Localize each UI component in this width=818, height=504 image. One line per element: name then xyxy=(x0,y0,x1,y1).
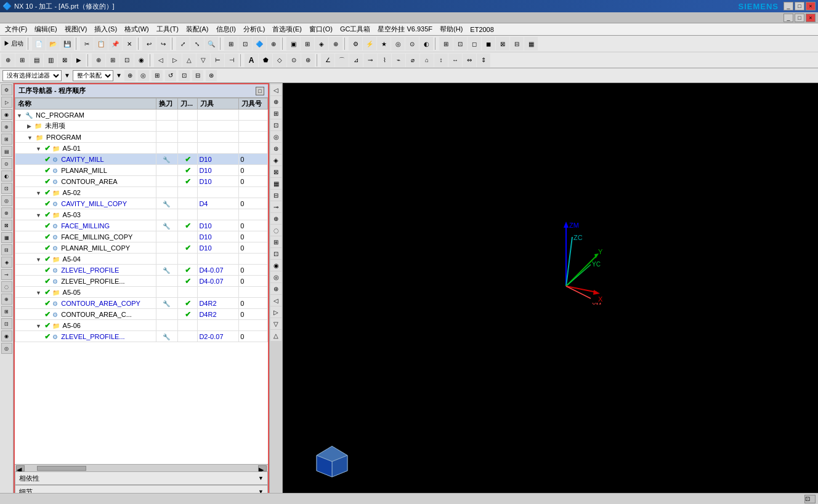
left-icon-4[interactable]: ⊕ xyxy=(1,121,12,132)
menu-file[interactable]: 文件(F) xyxy=(1,23,31,35)
tb2-btn-3[interactable]: ▤ xyxy=(30,54,43,67)
tb-btn-14[interactable]: ⊕ xyxy=(329,37,342,50)
tb-btn-8[interactable]: ⊡ xyxy=(238,37,252,50)
mid-btn-9[interactable]: ▦ xyxy=(270,178,281,189)
menu-info[interactable]: 信息(I) xyxy=(213,23,240,35)
filter-btn-2[interactable]: ◎ xyxy=(138,70,149,81)
tb-btn-26[interactable]: ⊟ xyxy=(510,37,524,50)
mid-btn-11[interactable]: ⊸ xyxy=(270,201,281,212)
tb2-btn-1[interactable]: ⊕ xyxy=(1,54,15,67)
left-icon-1[interactable]: ⚙ xyxy=(1,84,12,95)
left-icon-17[interactable]: ◌ xyxy=(1,281,12,292)
tb2-btn-12[interactable]: ▷ xyxy=(168,54,182,67)
tb2-btn-19[interactable]: ⊙ xyxy=(287,54,301,67)
tb-btn-20[interactable]: ◐ xyxy=(419,37,433,50)
mid-btn-16[interactable]: ◉ xyxy=(270,260,281,271)
mid-btn-12[interactable]: ⊕ xyxy=(270,213,281,224)
inner-close-button[interactable]: × xyxy=(806,14,816,22)
tb2-btn-11[interactable]: ◁ xyxy=(154,54,168,67)
tb2-btn-6[interactable]: ▶ xyxy=(72,54,86,67)
menu-tools[interactable]: 工具(T) xyxy=(153,23,182,35)
tb2-btn-18[interactable]: ◇ xyxy=(273,54,286,67)
mid-btn-18[interactable]: ⊛ xyxy=(270,283,281,294)
mid-btn-21[interactable]: ▽ xyxy=(270,318,281,329)
inner-restore-button[interactable]: □ xyxy=(795,14,804,22)
table-row[interactable]: ✔ ⚙ FACE_MILLING_COPY D10 0 xyxy=(15,231,268,242)
table-row[interactable]: ✔ ⚙ FACE_MILLING 🔧 ✔ D10 0 xyxy=(15,220,268,231)
table-row[interactable]: ▶ 📁 未用项 xyxy=(15,121,268,132)
tb-btn-19[interactable]: ⊙ xyxy=(405,37,419,50)
table-row[interactable]: ▼ 📁 PROGRAM xyxy=(15,132,268,143)
expander-a504[interactable]: ▼ xyxy=(36,257,41,263)
dependency-panel[interactable]: 相依性 ▼ xyxy=(15,471,268,485)
filter-btn-3[interactable]: ⊞ xyxy=(152,70,163,81)
table-row[interactable]: ▼ ✔ 📁 A5-05 xyxy=(15,287,268,298)
tb2-btn-31[interactable]: ⇔ xyxy=(463,54,476,67)
left-icon-13[interactable]: ▦ xyxy=(1,232,12,243)
open-button[interactable]: 📂 xyxy=(46,37,60,50)
tb-btn-27[interactable]: ▦ xyxy=(524,37,538,50)
tb2-btn-26[interactable]: ⌁ xyxy=(392,54,405,67)
menu-edit[interactable]: 编辑(E) xyxy=(31,23,61,35)
table-row[interactable]: ✔ ⚙ ZLEVEL_PROFILE... ✔ D4-0.07 0 xyxy=(15,276,268,287)
left-icon-16[interactable]: ⊸ xyxy=(1,269,12,280)
tb-btn-15[interactable]: ⚙ xyxy=(349,37,362,50)
menu-window[interactable]: 窗口(O) xyxy=(306,23,336,35)
filter-select[interactable]: 没有选择过滤器 xyxy=(2,70,62,81)
nav-maximize-button[interactable]: □ xyxy=(256,87,264,95)
left-icon-3[interactable]: ◉ xyxy=(1,109,12,120)
mid-btn-5[interactable]: ◎ xyxy=(270,131,281,142)
left-icon-11[interactable]: ⊛ xyxy=(1,207,12,218)
expander-nc[interactable]: ▼ xyxy=(17,113,22,119)
tb2-btn-14[interactable]: ▽ xyxy=(196,54,210,67)
left-icon-2[interactable]: ▷ xyxy=(1,97,12,108)
table-row[interactable]: ✔ ⚙ ZLEVEL_PROFILE 🔧 ✔ D4-0.07 0 xyxy=(15,265,268,276)
scroll-thumb[interactable] xyxy=(37,466,86,471)
tb2-btn-20[interactable]: ⊛ xyxy=(301,54,315,67)
table-row[interactable]: ▼ ✔ 📁 A5-03 xyxy=(15,209,268,220)
search-button[interactable]: 🔍 xyxy=(204,37,218,50)
tb2-btn-7[interactable]: ⊕ xyxy=(92,54,105,67)
mid-btn-7[interactable]: ◈ xyxy=(270,154,281,166)
tb-btn-9[interactable]: 🔷 xyxy=(253,37,266,50)
expander-a501[interactable]: ▼ xyxy=(36,146,41,152)
left-icon-22[interactable]: ◎ xyxy=(1,343,12,354)
mid-btn-19[interactable]: ◁ xyxy=(270,295,281,306)
table-row[interactable]: ✔ ⚙ CAVITY_MILL_COPY 🔧 D4 0 xyxy=(15,198,268,209)
filter-btn-4[interactable]: ↺ xyxy=(165,70,176,81)
tb2-btn-17[interactable]: ⬟ xyxy=(259,54,272,67)
tb-btn-18[interactable]: ◎ xyxy=(391,37,405,50)
mid-btn-14[interactable]: ⊞ xyxy=(270,236,281,247)
filter-btn-7[interactable]: ⊛ xyxy=(206,70,217,81)
tb-btn-11[interactable]: ▣ xyxy=(286,37,300,50)
left-icon-20[interactable]: ⊡ xyxy=(1,318,12,329)
tb-btn-13[interactable]: ◈ xyxy=(315,37,328,50)
tb2-btn-27[interactable]: ⌀ xyxy=(406,54,419,67)
tb-btn-21[interactable]: ⊞ xyxy=(439,37,453,50)
tb2-btn-23[interactable]: ⊿ xyxy=(349,54,363,67)
mid-btn-1[interactable]: ◁ xyxy=(270,84,281,95)
maximize-button[interactable]: □ xyxy=(795,2,804,10)
expander-program[interactable]: ▼ xyxy=(27,135,33,141)
new-button[interactable]: 📄 xyxy=(32,37,46,50)
mid-btn-6[interactable]: ⊛ xyxy=(270,143,281,154)
mid-btn-8[interactable]: ⊠ xyxy=(270,166,281,177)
copy-button[interactable]: 📋 xyxy=(94,37,108,50)
left-icon-7[interactable]: ⊙ xyxy=(1,158,12,169)
table-row[interactable]: ✔ ⚙ CONTOUR_AREA_C... ✔ D4R2 0 xyxy=(15,309,268,320)
expander-a502[interactable]: ▼ xyxy=(36,190,41,196)
table-row[interactable]: ▼ ✔ 📁 A5-02 xyxy=(15,187,268,198)
viewport-3d[interactable]: ZM ZC YM YC XC XM xyxy=(283,83,818,500)
expander-a505[interactable]: ▼ xyxy=(36,290,41,296)
left-icon-6[interactable]: ▤ xyxy=(1,146,12,157)
tb2-btn-32[interactable]: ⇕ xyxy=(477,54,490,67)
table-row[interactable]: ✔ ⚙ ZLEVEL_PROFILE... 🔧 D2-0.07 0 xyxy=(15,331,268,342)
horizontal-scrollbar[interactable]: ◀ ▶ xyxy=(15,464,268,471)
tb-btn-10[interactable]: ⊕ xyxy=(267,37,280,50)
tb-btn-22[interactable]: ⊡ xyxy=(453,37,467,50)
tb-btn-6[interactable]: ⤡ xyxy=(190,37,204,50)
cut-button[interactable]: ✂ xyxy=(80,37,94,50)
table-row[interactable]: ▼ ✔ 📁 A5-04 xyxy=(15,254,268,265)
tb-btn-16[interactable]: ⚡ xyxy=(363,37,376,50)
expander-a506[interactable]: ▼ xyxy=(36,323,41,329)
